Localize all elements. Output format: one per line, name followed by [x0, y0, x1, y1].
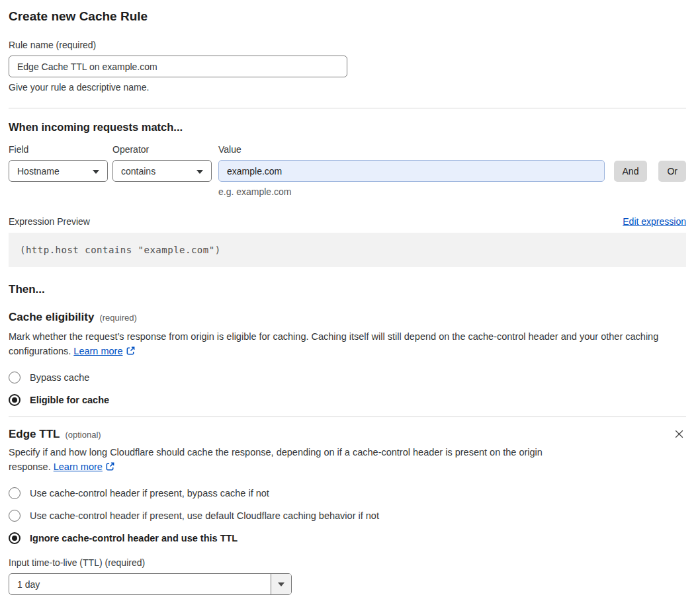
edge-ttl-qualifier: (optional)	[65, 430, 101, 440]
cache-eligibility-description: Mark whether the request’s response from…	[9, 330, 686, 360]
chevron-down-icon	[278, 582, 284, 586]
edge-ttl-heading-text: Edge TTL	[9, 428, 60, 440]
external-link-icon	[105, 461, 115, 476]
radio-icon[interactable]	[9, 372, 21, 383]
radio-icon[interactable]	[9, 394, 21, 406]
radio-label: Eligible for cache	[30, 395, 109, 405]
cache-eligibility-learn-more-link[interactable]: Learn more	[73, 346, 122, 356]
radio-label: Use cache-control header if present, byp…	[30, 488, 269, 499]
field-select-value: Hostname	[17, 166, 60, 177]
radio-bypass-cache[interactable]: Bypass cache	[9, 372, 686, 383]
operator-select-value: contains	[121, 166, 155, 177]
field-label: Field	[9, 144, 112, 155]
chevron-down-icon	[93, 170, 99, 174]
radio-use-header-bypass[interactable]: Use cache-control header if present, byp…	[9, 487, 686, 499]
radio-icon[interactable]	[9, 532, 21, 544]
rule-name-input[interactable]	[9, 56, 347, 77]
edge-ttl-heading: Edge TTL(optional)	[9, 428, 101, 441]
cache-eligibility-heading: Cache eligibility(required)	[9, 311, 686, 324]
edge-ttl-options: Use cache-control header if present, byp…	[9, 487, 686, 544]
operator-select[interactable]: contains	[112, 160, 212, 182]
radio-label: Use cache-control header if present, use…	[30, 510, 379, 521]
edge-ttl-description: Specify if and how long Cloudflare shoul…	[9, 446, 571, 475]
radio-use-header-default[interactable]: Use cache-control header if present, use…	[9, 510, 686, 522]
radio-label: Ignore cache-control header and use this…	[30, 533, 238, 543]
cache-eligibility-qualifier: (required)	[99, 313, 136, 323]
operator-label: Operator	[112, 144, 218, 155]
match-column-labels: Field Operator Value	[9, 144, 686, 155]
and-button[interactable]: And	[614, 161, 648, 182]
value-helper: e.g. example.com	[218, 186, 686, 197]
external-link-icon	[126, 346, 136, 360]
expression-preview-row: Expression Preview Edit expression	[9, 216, 686, 227]
ttl-select-arrow-button[interactable]	[271, 574, 291, 594]
cache-eligibility-heading-text: Cache eligibility	[9, 311, 94, 323]
chevron-down-icon	[197, 170, 203, 174]
close-icon[interactable]	[672, 427, 686, 441]
radio-ignore-header-use-ttl[interactable]: Ignore cache-control header and use this…	[9, 532, 686, 544]
then-heading: Then...	[9, 283, 686, 296]
expression-preview-label: Expression Preview	[9, 216, 90, 227]
page-title: Create new Cache Rule	[9, 9, 686, 24]
radio-label: Bypass cache	[30, 372, 89, 383]
value-input[interactable]	[218, 160, 605, 182]
edge-ttl-learn-more-link[interactable]: Learn more	[54, 461, 103, 472]
match-heading: When incoming requests match...	[9, 121, 686, 134]
divider	[9, 417, 686, 417]
match-condition-row: Hostname contains And Or	[9, 160, 686, 182]
edit-expression-link[interactable]: Edit expression	[623, 216, 686, 227]
ttl-select-value: 1 day	[9, 574, 271, 594]
field-select[interactable]: Hostname	[9, 160, 108, 182]
cache-eligibility-options: Bypass cache Eligible for cache	[9, 372, 686, 406]
value-label: Value	[218, 144, 241, 155]
ttl-input-label: Input time-to-live (TTL) (required)	[9, 557, 686, 568]
rule-name-label: Rule name (required)	[9, 40, 686, 50]
expression-code: (http.host contains "example.com")	[20, 245, 221, 255]
edge-ttl-header: Edge TTL(optional)	[9, 427, 686, 441]
expression-code-block: (http.host contains "example.com")	[9, 233, 686, 267]
radio-eligible-for-cache[interactable]: Eligible for cache	[9, 394, 686, 406]
or-button[interactable]: Or	[658, 161, 686, 182]
ttl-select[interactable]: 1 day	[9, 573, 292, 595]
radio-icon[interactable]	[9, 487, 21, 499]
rule-name-helper: Give your rule a descriptive name.	[9, 82, 686, 93]
radio-icon[interactable]	[9, 510, 21, 522]
divider	[9, 108, 686, 108]
